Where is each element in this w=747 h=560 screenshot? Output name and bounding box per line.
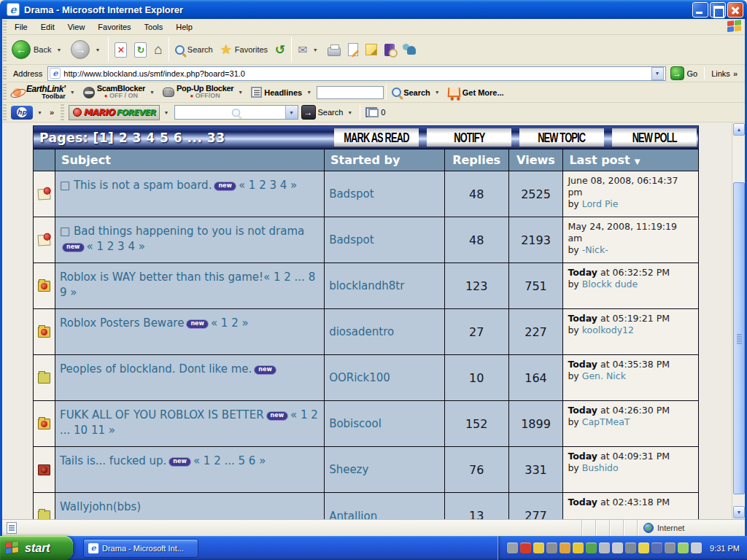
topic-page-links[interactable]: « 1 2 ... 5 6 » xyxy=(193,454,266,467)
messenger-button[interactable] xyxy=(398,42,420,58)
close-button[interactable] xyxy=(727,2,743,18)
memory-card-icon[interactable] xyxy=(678,542,689,553)
last-post-author-link[interactable]: koolkody12 xyxy=(582,324,634,335)
topic-title-link[interactable]: □ This is not a spam board. xyxy=(60,179,212,192)
page-navigation[interactable]: Pages: [1] 2 3 4 5 6 ... 33 xyxy=(34,131,225,145)
toolbar-grip[interactable] xyxy=(3,20,7,33)
topic-title-link[interactable]: Peoples of blockland. Dont like me. xyxy=(60,362,252,376)
favorites-button[interactable]: ★ Favorites xyxy=(217,40,271,59)
popup-counter[interactable]: 0 xyxy=(363,107,388,117)
starter-link[interactable]: Antallion xyxy=(329,510,377,520)
scroll-down-button[interactable]: ▼ xyxy=(733,506,745,518)
print-button[interactable] xyxy=(324,42,344,58)
notify-button[interactable]: NOTIFY xyxy=(427,128,511,147)
minimize-button[interactable] xyxy=(692,2,708,18)
display-icon[interactable] xyxy=(638,542,649,553)
last-post-author-link[interactable]: Gen. Nick xyxy=(582,370,626,381)
starter-link[interactable]: Bobiscool xyxy=(329,417,382,430)
topic-title-link[interactable]: Roblox is WAY better than this game! xyxy=(60,271,263,284)
starter-link[interactable]: Sheezy xyxy=(329,463,368,476)
toolbar-grip[interactable] xyxy=(3,104,7,120)
menu-help[interactable]: Help xyxy=(169,20,199,34)
scrollbar-thumb[interactable] xyxy=(733,182,745,494)
address-dropdown-button[interactable]: ▼ xyxy=(651,67,664,80)
journal-button[interactable] xyxy=(362,42,381,57)
hp-dropdown-icon[interactable]: ▼ xyxy=(37,110,42,115)
earthlink-search-input[interactable] xyxy=(317,86,384,99)
disconnected-icon[interactable] xyxy=(651,542,662,553)
home-button[interactable]: ⌂ xyxy=(150,40,166,59)
replies-column-header[interactable]: Replies xyxy=(445,149,509,171)
last-post-column-header[interactable]: Last post▼ xyxy=(563,149,698,171)
last-post-author-link[interactable]: Lord Pie xyxy=(582,198,619,209)
toolbar-grip[interactable] xyxy=(3,66,7,80)
pointer-icon[interactable] xyxy=(691,542,702,553)
forward-button[interactable]: → ▼ xyxy=(67,39,106,61)
hp-chevron-icon[interactable]: » xyxy=(50,108,54,117)
new-poll-button[interactable]: NEW POLL xyxy=(612,128,697,147)
topic-title-link[interactable]: Tails is... fucked up. xyxy=(60,454,166,467)
scamblocker-button[interactable]: ScamBlocker ● OFF / ON ▼ xyxy=(80,85,160,100)
hp-search-combobox[interactable]: ▼ xyxy=(174,105,298,120)
mario-forever-button[interactable]: MARIO FOREVER ▼ xyxy=(66,105,174,120)
mario-dropdown-icon[interactable]: ▼ xyxy=(164,110,169,115)
network-icon[interactable] xyxy=(546,542,557,553)
mail-dropdown-icon[interactable]: ▼ xyxy=(313,47,318,52)
headlines-dropdown-icon[interactable]: ▼ xyxy=(306,90,311,95)
topic-title-link[interactable]: FUKK ALL OF YOU ROBLOX IS BETTER xyxy=(60,408,264,421)
history-button[interactable]: ↺ xyxy=(271,41,289,59)
address-input[interactable]: e http://www.blockland.us/smf/index.php?… xyxy=(47,66,665,81)
forward-dropdown-icon[interactable]: ▼ xyxy=(95,47,100,52)
scroll-up-button[interactable]: ▲ xyxy=(733,123,745,136)
refresh-button[interactable]: ↻ xyxy=(131,41,150,59)
mark-as-read-button[interactable]: MARK AS READ xyxy=(334,128,419,147)
toolbar-grip[interactable] xyxy=(3,84,7,101)
taskbar-window-button[interactable]: e Drama - Microsoft Int... xyxy=(83,539,198,558)
topic-page-links[interactable]: « 1 2 3 4 » xyxy=(87,240,145,253)
earthlink-search-button[interactable]: Search ▼ xyxy=(389,88,445,97)
last-post-author-link[interactable]: -Nick- xyxy=(582,244,608,255)
v-shield-icon[interactable] xyxy=(573,542,584,553)
topic-title-link[interactable]: Roblox Posters Beware xyxy=(60,316,184,330)
popup-blocker-status[interactable]: ● OFF/ON xyxy=(177,92,233,100)
links-button[interactable]: Links » xyxy=(707,69,745,78)
toolbar-grip[interactable] xyxy=(61,104,64,120)
go-button[interactable]: → Go xyxy=(666,66,703,80)
topic-page-links[interactable]: « 1 2 3 4 » xyxy=(239,179,297,192)
subject-column-header[interactable]: Subject xyxy=(55,149,325,171)
maximize-button[interactable] xyxy=(710,2,726,18)
back-button[interactable]: ← Back ▼ xyxy=(8,39,67,61)
starter-link[interactable]: blocklandh8tr xyxy=(329,279,404,292)
hp-menu-button[interactable]: hp ▼ » xyxy=(8,106,60,120)
headlines-button[interactable]: Headlines ▼ xyxy=(248,87,317,98)
earthlink-search-dropdown-icon[interactable]: ▼ xyxy=(435,90,440,95)
starter-link[interactable]: Badspot xyxy=(329,233,374,246)
vertical-scrollbar[interactable]: ▲ ▼ xyxy=(732,122,745,519)
edit-button[interactable] xyxy=(344,42,362,58)
topic-title-link[interactable]: Wallyjohn(bbs) xyxy=(60,500,141,513)
mail-button[interactable]: ✉ ▼ xyxy=(294,42,323,58)
views-column-header[interactable]: Views xyxy=(509,149,564,171)
start-button[interactable]: start xyxy=(0,536,73,560)
hp-search-dropdown-icon[interactable]: ▼ xyxy=(347,110,352,115)
antivirus-icon[interactable] xyxy=(520,542,531,553)
menu-file[interactable]: File xyxy=(8,20,34,34)
topic-title-link[interactable]: □ Bad things happening to you is not dra… xyxy=(60,225,304,238)
search-button[interactable]: Search xyxy=(171,44,217,56)
back-dropdown-icon[interactable]: ▼ xyxy=(56,47,61,52)
starter-link[interactable]: OORick100 xyxy=(329,371,390,384)
device-icon[interactable] xyxy=(599,542,610,553)
wireless-icon[interactable] xyxy=(625,542,636,553)
hp-search-dropdown-button[interactable]: ▼ xyxy=(285,106,298,119)
audio-icon[interactable] xyxy=(665,542,676,553)
research-button[interactable] xyxy=(381,42,398,58)
starter-link[interactable]: diosadentro xyxy=(329,325,394,338)
starter-link[interactable]: Badspot xyxy=(329,187,374,201)
stop-button[interactable]: ✕ xyxy=(111,41,131,59)
menu-edit[interactable]: Edit xyxy=(34,20,61,34)
started-by-column-header[interactable]: Started by xyxy=(325,149,445,171)
topic-page-links[interactable]: « 1 2 » xyxy=(211,316,249,330)
earthlink-menu-button[interactable]: EarthLink’ Toolbar ▼ xyxy=(8,85,80,100)
scamblocker-status[interactable]: ● OFF / ON xyxy=(97,92,145,100)
menu-view[interactable]: View xyxy=(61,20,92,34)
